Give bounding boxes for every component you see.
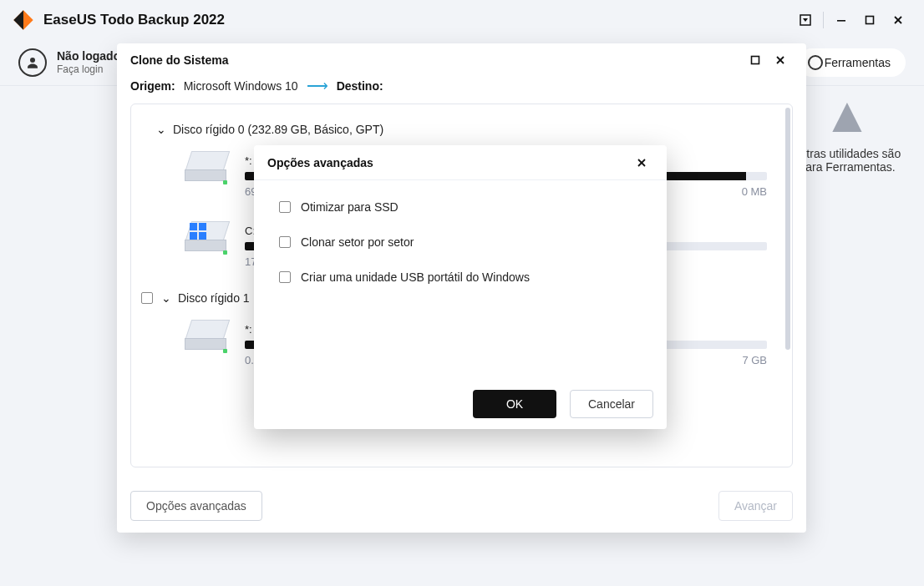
next-button[interactable]: Avançar xyxy=(718,491,793,521)
close-button[interactable] xyxy=(884,6,912,34)
source-label: Origem: xyxy=(130,79,175,93)
opt-usb[interactable]: Criar uma unidade USB portátil do Window… xyxy=(279,270,642,284)
checkbox-icon[interactable] xyxy=(279,236,291,248)
dest-label: Destino: xyxy=(337,79,383,93)
advanced-options-button[interactable]: Opções avançadas xyxy=(130,491,262,521)
source-value: Microsoft Windows 10 xyxy=(184,79,298,93)
svg-marker-3 xyxy=(803,18,808,22)
up-arrow-icon: ▲ xyxy=(789,100,906,130)
app-logo xyxy=(12,8,35,32)
adv-body: Otimizar para SSD Clonar setor por setor… xyxy=(254,180,667,304)
opt-ssd-label: Otimizar para SSD xyxy=(301,200,399,214)
account-status: Não logado xyxy=(57,49,120,63)
maximize-button[interactable] xyxy=(855,6,884,34)
titlebar: EaseUS Todo Backup 2022 xyxy=(0,0,924,40)
minimize-button[interactable] xyxy=(827,6,855,34)
drive-icon xyxy=(185,151,230,186)
size-right: 0 MB xyxy=(742,185,767,198)
cancel-button[interactable]: Cancelar xyxy=(570,390,653,418)
clone-title: Clone do Sistema xyxy=(130,53,228,67)
chevron-down-icon: ⌄ xyxy=(156,123,165,136)
opt-usb-label: Criar uma unidade USB portátil do Window… xyxy=(301,270,530,284)
disk0-title: Disco rígido 0 (232.89 GB, Básico, GPT) xyxy=(173,123,383,136)
clone-path-row: Origem: Microsoft Windows 10 ⟶ Destino: xyxy=(117,77,806,104)
dropdown-icon[interactable] xyxy=(791,6,820,34)
opt-sector[interactable]: Clonar setor por setor xyxy=(279,235,642,249)
disk0-header[interactable]: ⌄ Disco rígido 0 (232.89 GB, Básico, GPT… xyxy=(156,123,767,136)
tools-button[interactable]: Ferramentas xyxy=(798,48,906,77)
clone-header: Clone do Sistema xyxy=(117,43,806,77)
avatar-icon[interactable] xyxy=(18,48,47,77)
chevron-down-icon: ⌄ xyxy=(161,291,170,305)
adv-title: Opções avançadas xyxy=(267,156,373,169)
adv-footer: OK Cancelar xyxy=(254,379,667,429)
svg-point-8 xyxy=(30,58,35,63)
adv-header: Opções avançadas xyxy=(254,145,667,180)
advanced-options-modal: Opções avançadas Otimizar para SSD Clona… xyxy=(254,145,667,429)
adv-close-button[interactable] xyxy=(630,151,653,174)
svg-marker-1 xyxy=(13,10,23,29)
clone-maximize-button[interactable] xyxy=(743,48,768,73)
account-texts: Não logado Faça login xyxy=(57,49,120,75)
opt-ssd[interactable]: Otimizar para SSD xyxy=(279,200,642,214)
scrollbar[interactable] xyxy=(785,108,790,350)
clone-footer: Opções avançadas Avançar xyxy=(117,479,806,533)
checkbox-icon[interactable] xyxy=(279,201,291,213)
opt-sector-label: Clonar setor por setor xyxy=(301,235,414,249)
drive-icon xyxy=(185,320,230,355)
svg-rect-5 xyxy=(866,17,874,24)
windows-logo-icon xyxy=(190,223,208,241)
clone-close-button[interactable] xyxy=(768,48,793,73)
drive-icon xyxy=(185,221,230,256)
right-hint: ▲ outras utilidades são para Ferramentas… xyxy=(789,100,906,174)
disk1-checkbox[interactable] xyxy=(141,292,153,304)
size-right: 7 GB xyxy=(742,354,767,366)
svg-rect-4 xyxy=(837,20,845,22)
tools-label: Ferramentas xyxy=(825,56,891,69)
arrow-right-icon: ⟶ xyxy=(307,77,328,95)
right-hint-text: outras utilidades são para Ferramentas. xyxy=(789,147,906,174)
app-title: EaseUS Todo Backup 2022 xyxy=(43,12,225,28)
svg-rect-9 xyxy=(752,57,759,64)
separator xyxy=(823,12,824,28)
checkbox-icon[interactable] xyxy=(279,271,291,283)
ok-button[interactable]: OK xyxy=(473,390,556,418)
account-login-link[interactable]: Faça login xyxy=(57,63,120,75)
disk1-title: Disco rígido 1 xyxy=(178,291,250,305)
